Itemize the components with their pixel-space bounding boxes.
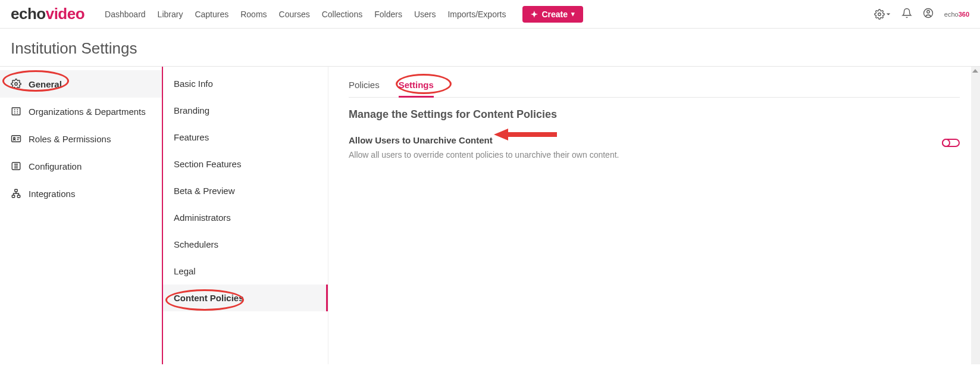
secondary-sidebar: Basic Info Branding Features Section Fea…	[162, 67, 328, 364]
sub-item-branding[interactable]: Branding	[163, 97, 328, 124]
toggle-knob	[942, 139, 950, 147]
sub-item-beta-preview[interactable]: Beta & Preview	[163, 177, 328, 204]
svg-point-6	[14, 138, 15, 139]
sub-item-features[interactable]: Features	[163, 124, 328, 151]
svg-rect-10	[17, 195, 20, 198]
magic-wand-icon: ✦	[531, 10, 538, 19]
sub-item-schedulers[interactable]: Schedulers	[163, 231, 328, 258]
svg-point-2	[927, 10, 930, 13]
scrollbar[interactable]	[971, 67, 980, 364]
sidebar-item-general[interactable]: General	[0, 70, 162, 98]
sidebar-item-organizations[interactable]: Organizations & Departments	[0, 98, 162, 125]
svg-point-3	[15, 83, 18, 86]
nav-folders[interactable]: Folders	[374, 10, 402, 19]
content-area: General Organizations & Departments Role…	[0, 66, 980, 364]
svg-point-0	[878, 12, 881, 15]
nav-rooms[interactable]: Rooms	[240, 10, 267, 19]
sidebar-item-integrations[interactable]: Integrations	[0, 180, 162, 207]
section-heading: Manage the Settings for Content Policies	[349, 108, 960, 121]
tab-policies[interactable]: Policies	[349, 80, 380, 97]
setting-title: Allow Users to Unarchive Content	[349, 135, 942, 145]
sub-item-section-features[interactable]: Section Features	[163, 151, 328, 177]
create-button[interactable]: ✦ Create ▾	[522, 6, 583, 23]
sidebar-item-label: Configuration	[29, 161, 151, 171]
network-icon	[11, 188, 21, 199]
svg-rect-4	[12, 108, 20, 115]
nav-imports-exports[interactable]: Imports/Exports	[447, 10, 506, 19]
sub-item-content-policies[interactable]: Content Policies	[163, 285, 328, 311]
svg-rect-9	[12, 195, 15, 198]
settings-menu[interactable]	[874, 9, 891, 20]
echo360-logo[interactable]: echo360	[944, 11, 969, 18]
gear-icon	[874, 9, 885, 20]
user-circle-icon	[923, 8, 934, 18]
sub-item-legal[interactable]: Legal	[163, 258, 328, 285]
primary-sidebar: General Organizations & Departments Role…	[0, 67, 162, 364]
echo360-logo-echo: echo	[944, 11, 959, 18]
sliders-icon	[11, 161, 21, 171]
caret-down-icon	[886, 12, 891, 17]
chevron-down-icon: ▾	[571, 10, 575, 18]
tab-settings[interactable]: Settings	[399, 80, 434, 98]
building-icon	[11, 106, 21, 117]
brand-video: video	[46, 5, 84, 23]
sidebar-item-configuration[interactable]: Configuration	[0, 152, 162, 180]
main-panel: Policies Settings Manage the Settings fo…	[328, 67, 980, 364]
bell-icon	[901, 8, 912, 18]
sidebar-item-label: Organizations & Departments	[29, 107, 151, 117]
page-title: Institution Settings	[0, 29, 980, 66]
account-button[interactable]	[923, 8, 934, 21]
brand-logo[interactable]: echovideo	[11, 5, 84, 23]
sub-item-administrators[interactable]: Administrators	[163, 204, 328, 231]
svg-rect-5	[12, 136, 21, 142]
setting-description: Allow all users to override content poli…	[349, 150, 942, 160]
top-nav: Dashboard Library Captures Rooms Courses…	[105, 6, 583, 23]
gear-icon	[11, 79, 21, 89]
notifications-button[interactable]	[901, 8, 912, 21]
tab-bar: Policies Settings	[349, 80, 960, 98]
nav-dashboard[interactable]: Dashboard	[105, 10, 146, 19]
nav-courses[interactable]: Courses	[279, 10, 310, 19]
nav-library[interactable]: Library	[158, 10, 183, 19]
scroll-up-icon	[972, 69, 978, 73]
nav-users[interactable]: Users	[414, 10, 436, 19]
echo360-logo-360: 360	[959, 11, 969, 18]
sidebar-item-roles[interactable]: Roles & Permissions	[0, 125, 162, 152]
id-card-icon	[11, 133, 21, 144]
setting-row-unarchive: Allow Users to Unarchive Content Allow a…	[349, 135, 960, 160]
nav-captures[interactable]: Captures	[195, 10, 228, 19]
nav-collections[interactable]: Collections	[322, 10, 362, 19]
sidebar-item-label: Roles & Permissions	[29, 134, 151, 144]
svg-rect-8	[15, 189, 18, 192]
sidebar-item-label: General	[29, 79, 151, 89]
brand-echo: echo	[11, 5, 46, 23]
sub-item-basic-info[interactable]: Basic Info	[163, 70, 328, 97]
create-button-label: Create	[541, 10, 568, 19]
sidebar-item-label: Integrations	[29, 189, 151, 199]
unarchive-toggle[interactable]	[942, 139, 960, 147]
